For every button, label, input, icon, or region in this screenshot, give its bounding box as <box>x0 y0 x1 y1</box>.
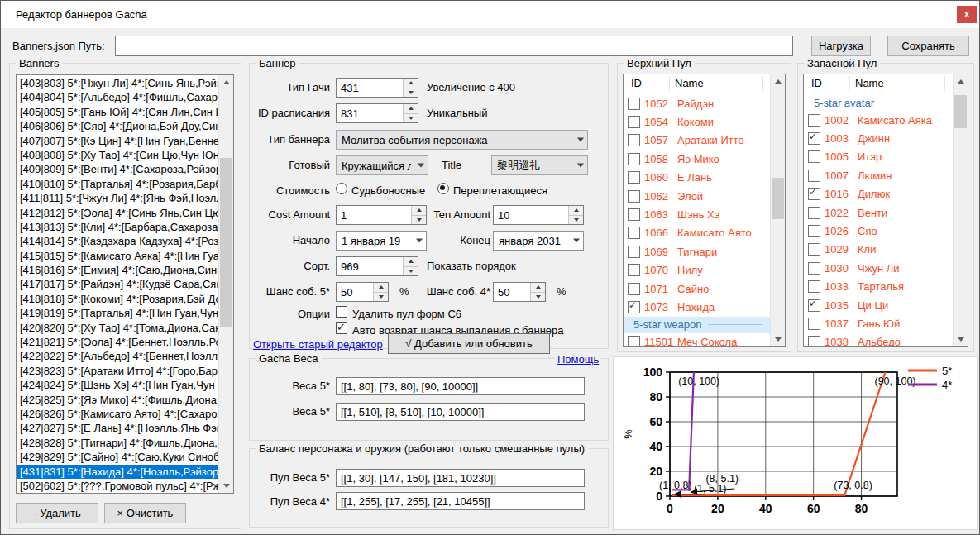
pool-row[interactable]: 1070Нилу <box>624 261 771 279</box>
old-editor-link[interactable]: Открыть старый редактор <box>253 338 383 351</box>
row-checkbox[interactable] <box>808 243 820 256</box>
pool-row[interactable]: 1016Дилюк <box>804 185 954 203</box>
banner-list-item[interactable]: [410|810] 5*:[Тарталья] 4*:[Розария,Барб… <box>17 177 219 191</box>
row-checkbox[interactable] <box>628 134 640 146</box>
banner-list-item[interactable]: [423|823] 5*:[Аратаки Итто] 4*:[Горо,Бар… <box>17 364 219 378</box>
row-checkbox[interactable] <box>628 190 640 203</box>
row-checkbox[interactable] <box>628 283 640 295</box>
row-checkbox[interactable] <box>628 153 640 165</box>
chance5-input[interactable]: 50 <box>336 282 389 302</box>
pool-row[interactable]: 1022Венти <box>804 203 954 222</box>
row-checkbox[interactable] <box>808 280 820 293</box>
row-checkbox[interactable] <box>808 336 820 346</box>
banner-list-item[interactable]: [409|809] 5*:[Венти] 4*:[Сахароза,Рэйзор… <box>17 162 219 176</box>
chance4-spinner[interactable] <box>530 283 545 301</box>
banner-list-item[interactable]: [415|815] 5*:[Камисато Аяка] 4*:[Нин Гуа… <box>17 249 219 263</box>
upper-pool-listview[interactable]: ID Name 1052Райдэн1054Кокоми1057Аратаки … <box>623 74 786 347</box>
row-checkbox[interactable] <box>808 225 820 237</box>
col-name[interactable]: Name <box>855 77 884 89</box>
banner-list-item[interactable]: [405|805] 5*:[Гань Юй] 4*:[Сян Лин,Син Ц <box>17 105 219 119</box>
pool-row[interactable]: 1005Итэр <box>804 148 954 166</box>
row-checkbox[interactable] <box>808 132 820 145</box>
help-link[interactable]: Помощь <box>555 353 601 365</box>
banner-list-item[interactable]: [429|829] 5*:[Сайно] 4*:[Саю,Куки Синобу <box>17 450 219 464</box>
reserve-pool-listview[interactable]: ID Name 5-star avatar1002Камисато Аяка10… <box>803 74 968 347</box>
banner-list-item[interactable]: [414|814] 5*:[Каэдэхара Кадзуха] 4*:[Роз… <box>17 234 219 248</box>
banner-list-item[interactable]: [419|819] 5*:[Тарталья] 4*:[Нин Гуан,Чун… <box>17 306 219 320</box>
title-combo[interactable]: 黎明巡礼 <box>491 155 588 175</box>
pool-row[interactable]: 1069Тигнари <box>624 242 771 260</box>
scroll-thumb[interactable] <box>772 178 784 219</box>
pool-row[interactable]: 1003Джинн <box>804 129 954 147</box>
banner-list-item[interactable]: [418|818] 5*:[Кокоми] 4*:[Розария,Бэй До <box>17 292 219 306</box>
pool-row[interactable]: 1063Шэнь Хэ <box>624 205 771 223</box>
pool-row[interactable]: 1035Ци Ци <box>804 296 954 314</box>
banner-list-item[interactable]: [502|602] 5*:[???,Громовой пульс] 4*:[Рж… <box>17 479 219 492</box>
column-separator[interactable] <box>762 76 763 91</box>
gacha-type-spinner[interactable] <box>403 79 418 97</box>
column-separator[interactable] <box>669 76 670 91</box>
pool-row[interactable]: 1029Кли <box>804 241 954 259</box>
pool-row[interactable]: 1037Гань Юй <box>804 314 954 332</box>
banner-list-item[interactable]: [407|807] 5*:[Кэ Цин] 4*:[Нин Гуан,Бенне… <box>17 134 219 148</box>
banner-list-item[interactable]: [425|825] 5*:[Яэ Мико] 4*:[Фишль,Диона,Т <box>17 393 219 407</box>
banners-listbox[interactable]: [403|803] 5*:[Чжун Ли] 4*:[Синь Янь,Рэйз… <box>16 74 234 494</box>
banner-list-item[interactable]: [413|813] 5*:[Кли] 4*:[Барбара,Сахароза,… <box>17 220 219 234</box>
ten-amount-spinner[interactable] <box>568 206 583 224</box>
col-name[interactable]: Name <box>675 77 704 89</box>
save-button[interactable]: Сохранять <box>887 36 969 56</box>
scroll-down-icon[interactable] <box>954 332 968 346</box>
banner-list-item[interactable]: [431|831] 5*:[Нахида] 4*:[Ноэлль,Рэйзор,… <box>17 465 219 479</box>
col-id[interactable]: ID <box>811 77 822 89</box>
pool-row[interactable]: 1033Тарталья <box>804 278 954 296</box>
row-checkbox[interactable] <box>808 299 820 312</box>
scroll-up-icon[interactable] <box>954 74 968 88</box>
banner-list-item[interactable]: [428|828] 5*:[Тигнари] 4*:[Фишль,Диона,К <box>17 436 219 450</box>
row-checkbox[interactable] <box>628 116 640 128</box>
chance5-spinner[interactable] <box>373 283 388 301</box>
weights5-input[interactable]: [[1, 80], [73, 80], [90, 10000]] <box>336 377 585 395</box>
banner-type-combo[interactable]: Молитва события персонажа <box>336 130 588 150</box>
banner-list-item[interactable]: [424|824] 5*:[Шэнь Хэ] 4*:[Нин Гуан,Чун … <box>17 378 219 392</box>
row-checkbox[interactable] <box>808 170 820 182</box>
row-checkbox[interactable] <box>808 188 820 200</box>
row-checkbox[interactable] <box>628 336 640 346</box>
row-checkbox[interactable] <box>628 208 640 221</box>
cost-radio-intertwined[interactable] <box>437 183 449 194</box>
banner-list-item[interactable]: [416|816] 5*:[Ёимия] 4*:[Саю,Диона,Синь <box>17 263 219 277</box>
chance4-input[interactable]: 50 <box>493 282 546 302</box>
row-checkbox[interactable] <box>628 264 640 276</box>
banner-list-item[interactable]: [408|808] 5*:[Ху Тао] 4*:[Син Цю,Чун Юнь <box>17 148 219 162</box>
schedule-id-input[interactable]: 831 <box>336 103 418 123</box>
row-checkbox[interactable] <box>808 262 820 275</box>
weights4-input[interactable]: [[1, 510], [8, 510], [10, 10000]] <box>336 403 585 421</box>
row-checkbox[interactable] <box>628 98 640 110</box>
row-checkbox[interactable] <box>808 318 820 330</box>
scroll-up-icon[interactable] <box>771 74 785 88</box>
clear-banners-button[interactable]: × Очистить <box>104 503 186 523</box>
banner-list-item[interactable]: [420|820] 5*:[Ху Тао] 4*:[Тома,Диона,Саю… <box>17 321 219 335</box>
row-checkbox[interactable] <box>628 227 640 239</box>
cost-amount-input[interactable]: 1 <box>336 205 427 225</box>
pool-row[interactable]: 1060Е Лань <box>624 169 771 187</box>
scroll-thumb[interactable] <box>220 158 232 327</box>
pool-row[interactable]: 1073Нахида <box>624 298 771 316</box>
ten-amount-input[interactable]: 10 <box>493 205 584 225</box>
cost-radio-fate[interactable] <box>336 183 347 194</box>
prefab-combo[interactable]: Кружащийся л <box>336 155 428 175</box>
column-separator[interactable] <box>944 76 945 91</box>
add-update-button[interactable]: √ Добавить или обновить <box>388 333 550 354</box>
pool-row[interactable]: 1026Сяо <box>804 222 954 240</box>
sort-input[interactable]: 969 <box>336 256 418 276</box>
pool-row[interactable]: 1058Яэ Мико <box>624 150 771 168</box>
pool-row[interactable]: 1002Камисато Аяка <box>804 111 954 129</box>
close-icon[interactable]: x <box>957 6 977 23</box>
pool-row[interactable]: 1071Сайно <box>624 279 771 298</box>
auto-return-checkbox[interactable] <box>336 322 347 334</box>
col-id[interactable]: ID <box>631 77 642 89</box>
banner-list-item[interactable]: [411|811] 5*:[Чжун Ли] 4*:[Янь Фэй,Ноэлл <box>17 191 219 205</box>
pool-row[interactable]: 1038Альбедо <box>804 333 954 346</box>
upper-pool-scrollbar[interactable] <box>770 74 785 346</box>
sort-spinner[interactable] <box>403 257 418 275</box>
pool-weights5-input[interactable]: [[1, 30], [147, 150], [181, 10230]] <box>336 469 585 487</box>
